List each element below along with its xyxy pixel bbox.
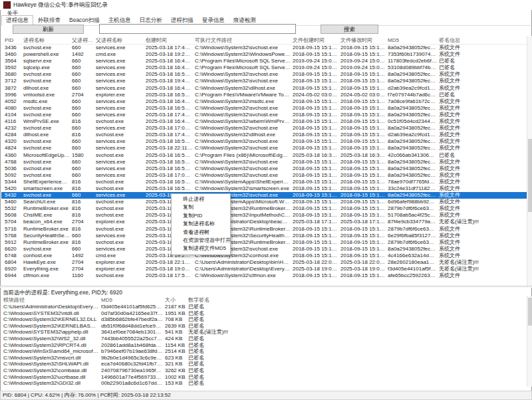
column-header[interactable]: 模块路径 (1, 296, 99, 304)
search-input[interactable] (99, 24, 296, 34)
process-row[interactable]: 4824svchost.exe660services.exe2025-03-18… (1, 145, 527, 151)
process-row[interactable]: 5608ChsIME.exe816svchost.exe2025-03-18 1… (1, 212, 527, 219)
cell: 6944 (1, 272, 21, 279)
cell: afe65bcc2592263a2c... (386, 272, 437, 279)
process-row[interactable]: 4320svchost.exe660services.exe2025-03-18… (1, 138, 527, 145)
module-row[interactable]: C:\Windows\System32\GDI32.dll00b22901a8c… (1, 380, 527, 387)
context-menu-item-2[interactable]: 复制 (172, 203, 230, 211)
scrollbar-thumb[interactable] (528, 139, 532, 212)
module-row[interactable]: C:\Windows\SYSTEM32\ntdll.dll0d7af30d0a4… (1, 310, 527, 317)
cell: 2018-09-15 15:12:24 (291, 192, 338, 199)
panel-splitter[interactable] (0, 286, 532, 288)
process-row[interactable]: 3872dllhost.exe660services.exe2025-03-18… (1, 85, 527, 92)
module-row[interactable]: C:\Windows\System32\msvcrt.dll9b2b0e1d49… (1, 355, 527, 361)
process-row[interactable]: 3436svchost.exe660services.exe2025-03-18… (1, 45, 527, 51)
module-row[interactable]: C:\Windows\System32\RPCRT4.dll202861add8… (1, 342, 527, 349)
context-menu-item-4[interactable]: 复制进程名称 (172, 220, 230, 228)
process-row[interactable]: 5716RuntimeBroker.exe816svchost.exe2025-… (1, 226, 527, 233)
column-header[interactable]: 大小 (163, 296, 186, 304)
process-row[interactable]: 6944ctfmon.exe1160svchost.exe2025-03-18 … (1, 272, 527, 279)
process-row[interactable]: 5420smartscreen.exe816svchost.exe2025-03… (1, 185, 527, 192)
tab-3[interactable]: Beacon扫描 (65, 16, 104, 25)
process-row[interactable]: 4360MicrosoftEdgeUpdate.exe1580svchost.e… (1, 152, 527, 159)
cell: 00b22901a8c6d1c67dd7b0e2d... (99, 380, 163, 387)
context-menu-item-3[interactable]: 复制PID (172, 212, 230, 220)
cell: 5716 (1, 226, 21, 233)
process-row[interactable]: 6748conhost.exe1492cmd.exe2025-03-18 19:… (1, 252, 527, 259)
process-row[interactable]: 5432svchost.exe660services.exe2025-03-18… (1, 192, 527, 199)
module-row[interactable]: C:\Windows\System32\ucrtbase.dll1496601a… (1, 374, 527, 381)
process-row[interactable]: 5092svchost.exe660services.exe2025-03-18… (1, 172, 527, 179)
refresh-button[interactable]: 刷新 (13, 25, 84, 34)
cell: 2018-09-15 15:12:07 (338, 239, 386, 246)
column-header[interactable]: MD5 (386, 37, 437, 43)
column-header[interactable]: 文件修改时间 (338, 37, 386, 44)
process-row[interactable]: 5912RuntimeBroker.exe816svchost.exe2025-… (1, 239, 527, 246)
process-row[interactable]: 4080svchost.exe660services.exe2025-03-18… (1, 105, 527, 112)
cell: 系统文件 (437, 78, 527, 84)
module-row[interactable]: C:\Windows\WinSxS\amd64_microsoft.window… (1, 348, 527, 355)
cell: explorer.exe (94, 259, 144, 266)
cell: services.exe (94, 71, 144, 78)
cell: 0d7af30d0a42165ee37f1311e6... (99, 310, 163, 317)
process-row[interactable]: 5460SearchUI.exe816svchost.exe2025-03-18… (1, 199, 527, 205)
process-row[interactable]: 5344ShellExperienceHost.exe816svchost.ex… (1, 179, 527, 185)
column-header[interactable]: 进程名称 (21, 37, 70, 44)
process-row[interactable]: 3592sqlceip.exe660services.exe2025-03-18… (1, 64, 527, 71)
column-header[interactable]: MD5 (99, 297, 163, 303)
cell: 2018-09-15 15:12:24 (291, 98, 338, 105)
module-row[interactable]: C:\Windows\SYSTEM32\apphelp.dll3641ef0ee… (1, 329, 527, 336)
process-row[interactable]: 3996vmtoolsd.exe2704explorer.exe2025-03-… (1, 92, 527, 98)
process-row[interactable]: 4232svchost.exe660services.exe2025-03-18… (1, 125, 527, 132)
module-row[interactable]: C:\Windows\System32\WS2_32.dll7443bb4055… (1, 336, 527, 342)
cell: C:\Users\Administrator\Desktop\bin\HawkE… (193, 259, 291, 266)
process-row[interactable]: 6920Everything.exe2704explorer.exe2025-0… (1, 266, 527, 272)
column-header[interactable]: 文件创建时间 (291, 37, 338, 44)
module-row[interactable]: C:\Windows\System32\SHLWAPI.dlleca7d4068… (1, 361, 527, 367)
process-row[interactable]: 3712svchost.exe660services.exe2025-03-18… (1, 78, 527, 84)
cell: 2879b7df6f6ce634771... (386, 239, 437, 246)
scrollbar-thumb[interactable] (528, 298, 532, 326)
process-row[interactable]: 4116WmiPrvSE.exe816svchost.exe2025-03-18… (1, 118, 527, 125)
column-header[interactable]: PID (1, 37, 21, 43)
column-header[interactable]: 创建时间 (144, 37, 193, 44)
process-row[interactable]: 3460powershell.exe1492cmd.exe2025-03-18 … (1, 51, 527, 58)
process-row[interactable]: 3680svchost.exe660services.exe2025-03-18… (1, 71, 527, 78)
cell: 117803fedcd2eb6f4526... (386, 58, 437, 64)
module-row[interactable]: C:\Windows\System32\combase.dll240708796… (1, 367, 527, 374)
module-table-scrollbar[interactable] (527, 296, 532, 387)
process-row[interactable]: 5532RuntimeBroker.exe816svchost.exe2025-… (1, 205, 527, 212)
context-menu-item-5[interactable]: 查看进程树 (172, 229, 230, 237)
cell: 3996 (1, 92, 21, 98)
column-header[interactable]: 父进程名称 (94, 37, 144, 44)
process-row[interactable]: 6804HawkEye.exe2704explorer.exe2025-03-1… (1, 259, 527, 266)
process-table-scrollbar[interactable] (527, 36, 532, 286)
cell: 2018-09-15 15:15:06 (338, 179, 386, 185)
process-row[interactable]: 3564sqlservr.exe660services.exe2025-03-1… (1, 58, 527, 64)
context-menu-item-1[interactable]: 终止进程 (172, 195, 230, 203)
column-header[interactable]: 可执行文件路径 (193, 37, 291, 44)
module-row[interactable]: C:\Windows\System32\KERNELBASE.dlldb51f0… (1, 323, 527, 330)
process-row[interactable]: 4052msdtc.exe660services.exe2025-03-18 1… (1, 98, 527, 105)
context-menu-item-7[interactable]: 复制进程文件MD5 (172, 245, 230, 252)
context-menu-item-6[interactable]: 在资源管理器中打开 (172, 237, 230, 245)
cell: 已签名 (186, 316, 273, 323)
process-row[interactable]: 6620svchost.exe660services.exe2025-03-18… (1, 246, 527, 252)
module-row[interactable]: C:\Users\Administrator\Desktop\Everythin… (1, 304, 527, 310)
column-header[interactable]: 数字签名 (186, 296, 273, 304)
process-row[interactable]: 5704beacon_x64.exe2704explorer.exe2025-0… (1, 219, 527, 225)
process-table-header[interactable]: PID进程名称父进程PID父进程名称创建时间可执行文件路径文件创建时间文件修改时… (1, 36, 527, 45)
process-row[interactable]: 5036svchost.exe660services.exe2025-03-18… (1, 165, 527, 172)
cell: 2018-09-15 15:12:29 (338, 212, 386, 219)
search-button[interactable]: 搜索 (321, 25, 378, 34)
process-row[interactable]: 4104svchost.exe660services.exe2025-03-18… (1, 112, 527, 118)
module-row[interactable]: C:\Windows\System32\KERNEL32.DLLd385b686… (1, 316, 527, 323)
module-table-header[interactable]: 模块路径MD5大小数字签名 (1, 296, 527, 304)
tab-2[interactable]: 外联排查 (34, 16, 65, 25)
column-header[interactable]: 签名信息 (437, 37, 527, 44)
process-row[interactable]: 4284dllhost.exe816svchost.exe2025-03-18 … (1, 132, 527, 138)
column-header[interactable]: 父进程PID (70, 37, 94, 44)
cell: 2018-09-15 15:12:24 (291, 172, 338, 179)
process-row[interactable]: 5768SecurityHealthService.exe660services… (1, 233, 527, 239)
process-row[interactable]: 4768svchost.exe660services.exe2025-03-18… (1, 159, 527, 165)
